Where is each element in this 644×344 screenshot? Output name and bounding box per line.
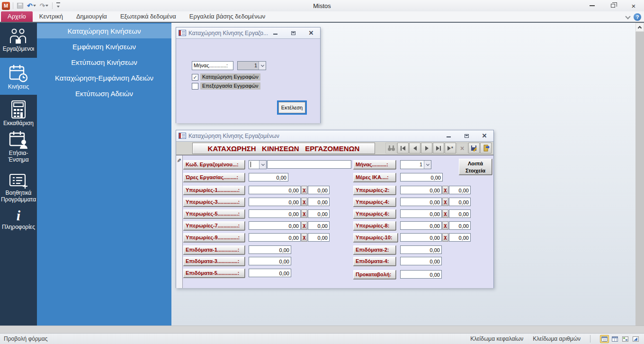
checkbox-edit-entries[interactable]: [192, 83, 198, 90]
scroll-up-button[interactable]: [635, 23, 644, 32]
vertical-scrollbar[interactable]: [635, 23, 644, 326]
datasheet-view-button[interactable]: [610, 335, 619, 343]
save-button[interactable]: [16, 2, 24, 9]
sidebar-item-utilities[interactable]: Βοηθητικά Προγράμματα: [0, 171, 37, 202]
work-hours-field[interactable]: 0,00: [249, 173, 288, 181]
close-button[interactable]: ×: [623, 0, 644, 11]
sidebar-item-info[interactable]: i Πληροφορίες: [0, 208, 37, 235]
sidebar-item-clearing[interactable]: Εκκαθάριση: [0, 97, 37, 127]
list-plus-icon: [9, 173, 28, 189]
employee-code-combo[interactable]: [249, 160, 267, 169]
last-record-button[interactable]: [433, 143, 444, 154]
overtime-field[interactable]: 0,00: [249, 233, 301, 242]
restore-button[interactable]: [290, 30, 296, 36]
expand-ribbon-icon[interactable]: [625, 14, 630, 19]
redo-button[interactable]: ↷: [39, 2, 50, 9]
dropdown-button[interactable]: [259, 161, 266, 169]
dropdown-button[interactable]: [424, 161, 431, 169]
sidebar-item-employees[interactable]: Εργαζόμενοι: [0, 25, 37, 57]
next-record-button[interactable]: [421, 143, 432, 154]
tab-external-data[interactable]: Εξωτερικά δεδομένα: [114, 11, 183, 22]
overtime-rate-field[interactable]: 0,00: [449, 221, 471, 230]
allowance-field[interactable]: 0,00: [400, 257, 442, 265]
overtime-field[interactable]: 0,00: [400, 186, 442, 194]
separator: [13, 2, 13, 9]
sidebar-item-annual-stamps[interactable]: Ετήσια- Ένσημα: [0, 128, 37, 166]
dialog-title: Καταχώρηση Κίνησης Εργαζο...: [186, 30, 272, 36]
execute-button[interactable]: Εκτέλεση: [278, 102, 305, 113]
menu-item-print-leaves[interactable]: Εκτύπωση Αδειών: [37, 86, 171, 101]
record-selector[interactable]: ✎: [176, 155, 183, 288]
close-form-button[interactable]: [480, 143, 492, 154]
new-record-button[interactable]: *: [445, 143, 456, 154]
overtime-field[interactable]: 0,00: [400, 221, 442, 230]
help-icon[interactable]: ?: [634, 13, 641, 21]
overtime-rate-field[interactable]: 0,00: [308, 186, 330, 194]
overtime-rate-field[interactable]: 0,00: [449, 186, 471, 194]
allowance-field[interactable]: 0,00: [249, 257, 291, 265]
redo-icon: ↷: [40, 3, 45, 9]
first-record-button[interactable]: [397, 143, 409, 154]
tab-create[interactable]: Δημιουργία: [70, 11, 114, 22]
form-title-bar[interactable]: Καταχώρηση Κίνησης Εργαζομένων ✕: [176, 130, 493, 142]
menu-item-record-movements[interactable]: Καταχώρηση Κινήσεων: [37, 24, 171, 38]
save-record-button[interactable]: [468, 143, 480, 154]
restore-button[interactable]: [463, 133, 470, 139]
view-switcher: [600, 335, 640, 343]
menu-item-show-movements[interactable]: Εμφάνιση Κινήσεων: [37, 39, 171, 54]
allowance-field[interactable]: 0,00: [249, 245, 291, 254]
minimize-button[interactable]: [581, 0, 602, 11]
close-button[interactable]: ✕: [308, 30, 314, 36]
month-combo[interactable]: 1: [237, 61, 266, 70]
employee-name-field[interactable]: [267, 160, 351, 169]
restore-button[interactable]: [602, 0, 623, 11]
undo-button[interactable]: ↶: [26, 2, 37, 9]
more-details-button[interactable]: Λοιπά Στοιχεία: [459, 159, 492, 175]
design-view-button[interactable]: [631, 335, 640, 343]
minimize-button[interactable]: [272, 30, 278, 36]
dialog-title-bar[interactable]: Καταχώρηση Κίνησης Εργαζο... ✕: [176, 27, 320, 39]
allowance-field[interactable]: 0,00: [249, 269, 291, 277]
overtime-field[interactable]: 0,00: [249, 209, 301, 218]
overtime-field[interactable]: 0,00: [249, 221, 301, 230]
overtime-field[interactable]: 0,00: [249, 198, 301, 206]
advance-field[interactable]: 0,00: [400, 270, 442, 279]
find-button[interactable]: [385, 143, 397, 154]
tab-home[interactable]: Κεντρική: [33, 11, 70, 22]
overtime-rate-field[interactable]: 0,00: [449, 209, 471, 218]
tab-file[interactable]: Αρχείο: [1, 11, 33, 22]
dropdown-button[interactable]: [259, 62, 266, 70]
customize-qat-button[interactable]: [55, 2, 61, 9]
overtime-field[interactable]: 0,00: [249, 186, 301, 194]
overtime-rate-field[interactable]: 0,00: [308, 221, 330, 230]
form-view-button[interactable]: [600, 335, 609, 343]
ika-days-field[interactable]: 0,00: [400, 173, 443, 181]
close-button[interactable]: ✕: [481, 133, 488, 139]
form-icon: [179, 133, 186, 139]
pivot-view-button[interactable]: [621, 335, 630, 343]
overtime-field[interactable]: 0,00: [400, 233, 442, 242]
delete-record-button[interactable]: ×: [456, 143, 468, 154]
overtime-rate-field[interactable]: 0,00: [308, 198, 330, 206]
previous-record-button[interactable]: [409, 143, 420, 154]
allowance-label: Επιδόματα-4:: [353, 257, 396, 266]
menu-item-print-movements[interactable]: Εκτύπωση Κινήσεων: [37, 55, 171, 70]
menu-item-record-show-leaves[interactable]: Καταχώρηση-Εμφάνιση Αδειών: [37, 71, 171, 85]
overtime-rate-field[interactable]: 0,00: [308, 233, 330, 242]
allowance-field[interactable]: 0,00: [400, 245, 442, 254]
form-icon: [179, 30, 186, 36]
month-value: 1: [401, 161, 424, 169]
month-combo[interactable]: 1: [400, 160, 431, 169]
tab-database-tools[interactable]: Εργαλεία βάσης δεδομένων: [183, 11, 272, 22]
minimize-button[interactable]: [445, 133, 452, 139]
overtime-rate-field[interactable]: 0,00: [449, 198, 471, 206]
overtime-rate-field[interactable]: 0,00: [308, 209, 330, 218]
sidebar-item-movements[interactable]: Κινήσεις: [0, 58, 37, 95]
design-view-icon: [633, 336, 639, 342]
app-icon[interactable]: M: [2, 2, 10, 10]
checkbox-record-entries[interactable]: ✓: [192, 74, 198, 81]
overtime-field[interactable]: 0,00: [400, 209, 442, 218]
overtime-rate-field[interactable]: 0,00: [449, 233, 471, 242]
overtime-field[interactable]: 0,00: [400, 198, 442, 206]
checkmark-icon: ✓: [193, 74, 197, 80]
